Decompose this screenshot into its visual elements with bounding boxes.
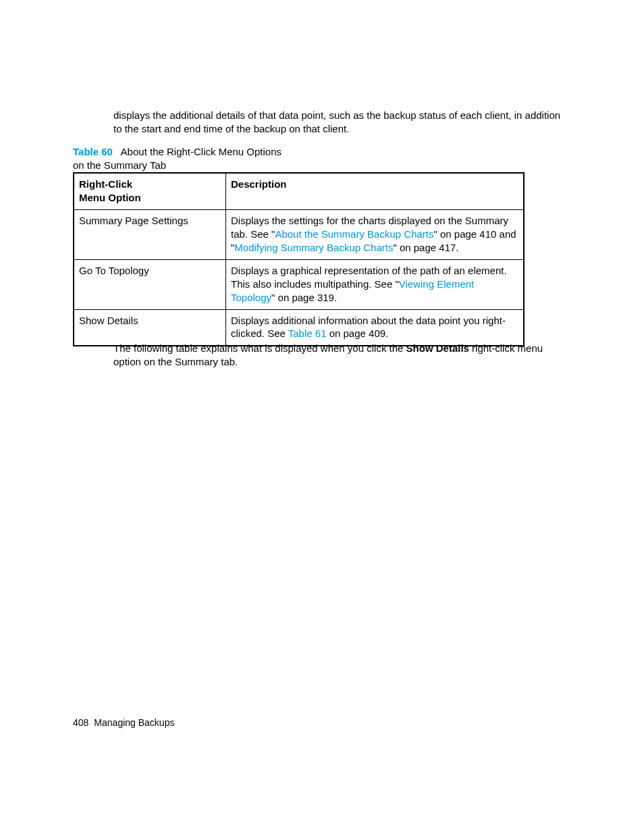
- table-caption-title-line1: About the Right-Click Menu Options: [121, 146, 281, 157]
- link-modifying-summary-backup-charts[interactable]: Modifying Summary Backup Charts: [234, 242, 393, 253]
- desc-text: " on page 417.: [393, 242, 458, 253]
- header-col1-line2: Menu Option: [79, 192, 141, 203]
- table-caption-label: Table 60: [73, 146, 113, 157]
- table-row: Summary Page Settings Displays the setti…: [74, 209, 524, 259]
- page-footer: 408Managing Backups: [73, 717, 174, 728]
- header-col2: Description: [226, 173, 525, 209]
- intro-paragraph: displays the additional details of that …: [113, 109, 568, 136]
- page-number: 408: [73, 717, 88, 728]
- section-title: Managing Backups: [94, 717, 174, 728]
- page-container: displays the additional details of that …: [0, 0, 644, 834]
- following-paragraph: The following table explains what is dis…: [113, 342, 568, 369]
- table-caption: Table 60 About the Right-Click Menu Opti…: [73, 145, 343, 172]
- description-cell: Displays additional information about th…: [226, 309, 525, 346]
- description-cell: Displays the settings for the charts dis…: [226, 209, 525, 259]
- option-cell: Summary Page Settings: [74, 209, 226, 259]
- option-cell: Show Details: [74, 309, 226, 346]
- header-col1: Right-Click Menu Option: [74, 173, 226, 209]
- table-row: Go To Topology Displays a graphical repr…: [74, 259, 524, 309]
- desc-text: on page 409.: [327, 328, 389, 339]
- description-cell: Displays a graphical representation of t…: [226, 259, 525, 309]
- link-table-61[interactable]: Table 61: [288, 328, 327, 339]
- link-about-summary-backup-charts[interactable]: About the Summary Backup Charts: [275, 228, 433, 240]
- desc-text: " on page 319.: [271, 292, 337, 303]
- header-col1-line1: Right-Click: [79, 178, 132, 190]
- option-cell: Go To Topology: [74, 259, 226, 309]
- table-caption-title-line2: on the Summary Tab: [73, 159, 166, 171]
- following-text-part1: The following table explains what is dis…: [113, 342, 406, 354]
- table-header-row: Right-Click Menu Option Description: [74, 173, 524, 209]
- table-row: Show Details Displays additional informa…: [74, 309, 524, 346]
- menu-options-table: Right-Click Menu Option Description Summ…: [73, 172, 525, 346]
- following-bold: Show Details: [406, 342, 469, 354]
